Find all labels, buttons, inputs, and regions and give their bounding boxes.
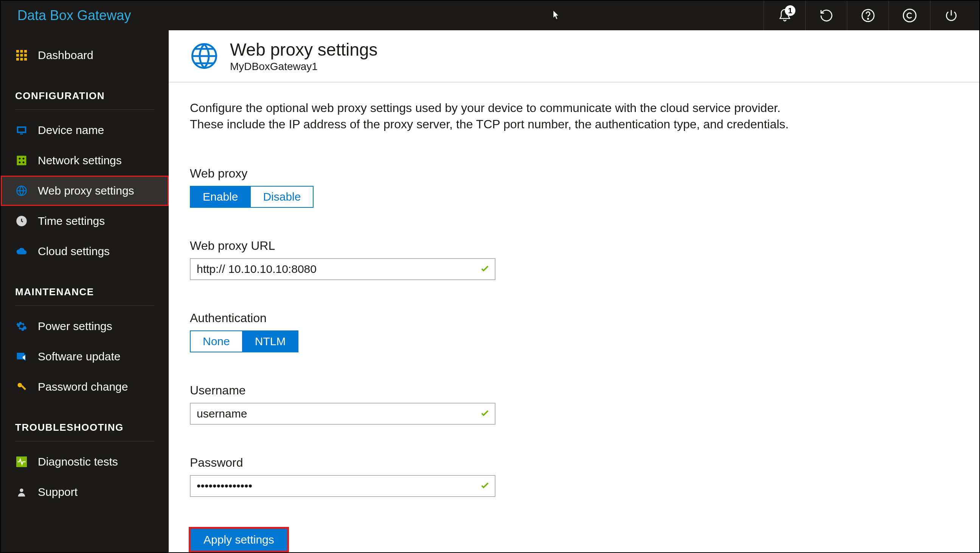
svg-point-16 bbox=[19, 158, 21, 160]
monitor-icon bbox=[15, 124, 28, 137]
clock-icon bbox=[15, 215, 28, 228]
authentication-segmented: None NTLM bbox=[190, 330, 958, 352]
web-proxy-enable-option[interactable]: Enable bbox=[190, 186, 251, 208]
svg-point-23 bbox=[18, 383, 22, 387]
web-proxy-disable-option[interactable]: Disable bbox=[251, 186, 313, 208]
brand-title: Data Box Gateway bbox=[18, 8, 131, 24]
svg-rect-24 bbox=[21, 385, 26, 390]
checkmark-icon bbox=[480, 480, 490, 492]
svg-point-26 bbox=[20, 489, 23, 492]
sidebar-item-diagnostic-tests[interactable]: Diagnostic tests bbox=[1, 447, 169, 477]
power-icon bbox=[944, 8, 958, 23]
notifications-badge: 1 bbox=[785, 5, 795, 16]
network-icon bbox=[15, 154, 28, 167]
sidebar-item-label: Support bbox=[38, 486, 78, 499]
authentication-none-option[interactable]: None bbox=[190, 330, 243, 352]
svg-rect-14 bbox=[20, 134, 23, 135]
form-group-url: Web proxy URL bbox=[190, 239, 958, 280]
svg-rect-13 bbox=[18, 128, 25, 132]
form-group-password: Password bbox=[190, 456, 958, 497]
sidebar-item-label: Dashboard bbox=[38, 49, 94, 62]
sidebar-item-device-name[interactable]: Device name bbox=[1, 115, 169, 145]
svg-point-17 bbox=[23, 158, 25, 160]
svg-point-1 bbox=[867, 18, 869, 19]
gear-icon bbox=[15, 320, 28, 333]
sidebar-divider bbox=[15, 306, 154, 306]
topbar: Data Box Gateway 1 bbox=[1, 1, 979, 30]
svg-rect-15 bbox=[17, 156, 27, 166]
username-input[interactable] bbox=[190, 403, 495, 425]
svg-rect-9 bbox=[16, 58, 19, 61]
sidebar-item-label: Software update bbox=[38, 350, 120, 363]
page-title: Web proxy settings bbox=[230, 39, 377, 60]
web-proxy-segmented: Enable Disable bbox=[190, 186, 958, 208]
svg-rect-4 bbox=[21, 50, 23, 53]
svg-rect-10 bbox=[21, 58, 23, 61]
sidebar-item-cloud-settings[interactable]: Cloud settings bbox=[1, 236, 169, 266]
apply-settings-button[interactable]: Apply settings bbox=[190, 528, 288, 551]
checkmark-icon bbox=[480, 263, 490, 275]
help-button[interactable] bbox=[847, 1, 888, 30]
sidebar-item-label: Password change bbox=[38, 380, 128, 393]
username-label: Username bbox=[190, 383, 958, 397]
sidebar-item-password-change[interactable]: Password change bbox=[1, 372, 169, 402]
form-group-username: Username bbox=[190, 383, 958, 425]
globe-icon bbox=[190, 41, 219, 70]
sidebar-section-maintenance: MAINTENANCE bbox=[1, 266, 169, 302]
sidebar-item-time-settings[interactable]: Time settings bbox=[1, 206, 169, 236]
svg-point-2 bbox=[903, 9, 916, 22]
key-icon bbox=[15, 380, 28, 393]
password-input[interactable] bbox=[190, 475, 495, 497]
refresh-icon bbox=[819, 8, 834, 23]
power-button[interactable] bbox=[930, 1, 972, 30]
page-description: Configure the optional web proxy setting… bbox=[190, 100, 795, 132]
authentication-label: Authentication bbox=[190, 311, 958, 325]
sidebar-item-label: Device name bbox=[38, 124, 104, 137]
diagnostics-icon bbox=[15, 455, 28, 468]
page-subtitle: MyDBoxGateway1 bbox=[230, 61, 377, 73]
dashboard-icon bbox=[15, 49, 28, 62]
svg-point-19 bbox=[23, 162, 25, 164]
copyright-icon bbox=[902, 8, 917, 23]
notifications-button[interactable]: 1 bbox=[764, 1, 805, 30]
sidebar-divider bbox=[15, 109, 154, 110]
sidebar-section-troubleshooting: TROUBLESHOOTING bbox=[1, 402, 169, 437]
sidebar-item-label: Web proxy settings bbox=[38, 184, 134, 197]
sidebar-item-dashboard[interactable]: Dashboard bbox=[1, 40, 169, 70]
refresh-button[interactable] bbox=[805, 1, 847, 30]
svg-rect-3 bbox=[16, 50, 19, 53]
svg-rect-6 bbox=[16, 54, 19, 57]
cloud-icon bbox=[15, 245, 28, 258]
authentication-ntlm-option[interactable]: NTLM bbox=[243, 330, 299, 352]
web-proxy-url-label: Web proxy URL bbox=[190, 239, 958, 253]
sidebar-item-software-update[interactable]: Software update bbox=[1, 341, 169, 372]
checkmark-icon bbox=[480, 408, 490, 420]
help-icon bbox=[861, 8, 875, 23]
password-label: Password bbox=[190, 456, 958, 470]
svg-point-18 bbox=[19, 162, 21, 164]
support-icon bbox=[15, 486, 28, 499]
update-icon bbox=[15, 350, 28, 363]
svg-rect-5 bbox=[24, 50, 27, 53]
sidebar: Dashboard CONFIGURATION Device name Netw… bbox=[1, 30, 169, 552]
svg-rect-8 bbox=[24, 54, 27, 57]
form-group-web-proxy: Web proxy Enable Disable bbox=[190, 167, 958, 208]
sidebar-item-label: Diagnostic tests bbox=[38, 455, 118, 468]
main-content: Web proxy settings MyDBoxGateway1 Config… bbox=[169, 30, 979, 552]
sidebar-divider bbox=[15, 441, 154, 441]
sidebar-item-support[interactable]: Support bbox=[1, 477, 169, 507]
web-proxy-url-input[interactable] bbox=[190, 258, 495, 280]
sidebar-item-label: Time settings bbox=[38, 215, 105, 228]
sidebar-item-web-proxy-settings[interactable]: Web proxy settings bbox=[1, 175, 169, 206]
svg-rect-11 bbox=[24, 58, 27, 61]
sidebar-item-label: Network settings bbox=[38, 154, 122, 167]
sidebar-section-configuration: CONFIGURATION bbox=[1, 70, 169, 105]
sidebar-item-label: Power settings bbox=[38, 320, 112, 333]
sidebar-item-power-settings[interactable]: Power settings bbox=[1, 311, 169, 341]
globe-icon bbox=[15, 184, 28, 197]
form-group-authentication: Authentication None NTLM bbox=[190, 311, 958, 352]
sidebar-item-network-settings[interactable]: Network settings bbox=[1, 145, 169, 175]
copyright-button[interactable] bbox=[888, 1, 930, 30]
svg-rect-7 bbox=[21, 54, 23, 57]
sidebar-item-label: Cloud settings bbox=[38, 245, 110, 258]
